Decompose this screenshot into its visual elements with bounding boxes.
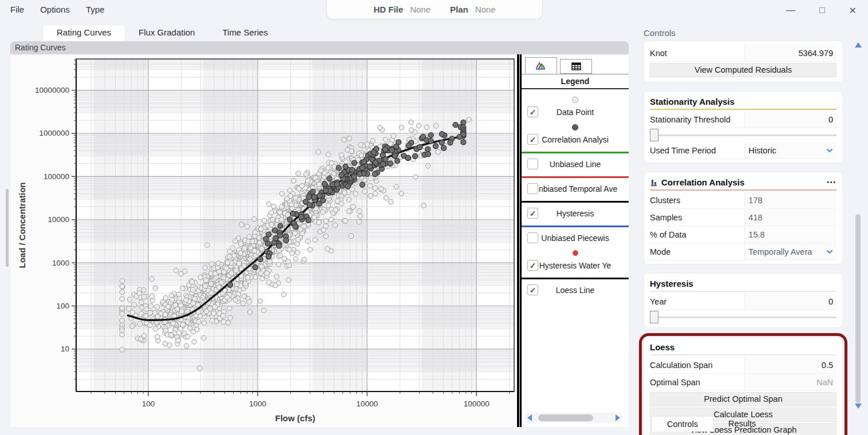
field-value: 5364.979 <box>799 49 833 58</box>
dropdown-mode[interactable]: Temporally Avera <box>744 243 837 260</box>
legend-marker-sample <box>572 124 578 130</box>
section-header: Correlation Analysis••• <box>650 176 837 191</box>
legend-checkbox[interactable] <box>527 284 538 295</box>
chart-body: 1001000100001000001010010001000010000010… <box>10 54 629 427</box>
svg-text:1000: 1000 <box>52 259 69 267</box>
value-clusters[interactable]: 178 <box>744 192 837 208</box>
scrollbar-thumb[interactable] <box>855 214 861 403</box>
field-label: Clusters <box>650 196 744 205</box>
legend-checkbox[interactable] <box>527 134 538 145</box>
field-label: Samples <box>650 213 744 222</box>
hd-file-value[interactable]: None <box>410 5 431 14</box>
left-panel-handle[interactable] <box>6 189 9 267</box>
tab-flux-gradation[interactable]: Flux Gradation <box>125 25 208 41</box>
value-year[interactable]: 0 <box>744 293 837 310</box>
value-stationarity-threshold[interactable]: 0 <box>744 111 837 128</box>
legend-checkbox[interactable] <box>527 106 538 117</box>
chart-view-tab[interactable] <box>525 57 557 73</box>
maximize-icon[interactable]: □ <box>819 5 825 15</box>
field-label: % of Data <box>650 230 744 239</box>
legend-label: Hysteresis Water Ye <box>539 261 611 270</box>
legend-label: Hysteresis <box>557 209 594 218</box>
field-value: 178 <box>748 196 762 205</box>
legend-line-sample <box>522 152 629 153</box>
legend-item: Loess Line <box>522 278 629 296</box>
plan-label: Plan <box>450 5 468 14</box>
slider-thumb[interactable] <box>650 129 658 141</box>
plan-value[interactable]: None <box>475 5 496 14</box>
legend-item: Hysteresis Water Ye <box>522 247 629 272</box>
predict-optimal-span-button[interactable]: Predict Optimal Span <box>650 392 837 406</box>
legend-checkbox[interactable] <box>527 159 538 169</box>
more-options-button[interactable]: ••• <box>827 179 837 185</box>
value-samples[interactable]: 418 <box>744 209 837 226</box>
tab-time-series[interactable]: Time Series <box>208 25 281 41</box>
tab-rating-curves[interactable]: Rating Curves <box>43 25 125 41</box>
panel-title: Rating Curves <box>10 41 629 54</box>
view-computed-residuals-button[interactable]: View Computed Residuals <box>650 63 837 77</box>
chart-legend-splitter[interactable] <box>517 54 522 427</box>
close-icon[interactable]: ✕ <box>849 5 857 16</box>
table-icon <box>571 62 581 70</box>
value-knot[interactable]: 5364.979 <box>744 45 837 61</box>
menu-file[interactable]: File <box>10 5 24 14</box>
scroll-right-icon[interactable] <box>616 414 620 421</box>
controls-vertical-scrollbar <box>854 42 861 409</box>
legend-line-sample <box>522 226 629 227</box>
dropdown-used-time-period[interactable]: Historic <box>744 142 837 159</box>
app-window: File Options Type HD File None Plan None… <box>0 0 868 435</box>
svg-text:10000: 10000 <box>48 215 69 224</box>
field-value: Historic <box>748 146 776 155</box>
menu-bar: File Options Type <box>10 5 104 14</box>
scrollbar-thumb[interactable] <box>538 414 593 421</box>
menu-options[interactable]: Options <box>40 5 70 14</box>
table-view-tab[interactable] <box>560 59 592 74</box>
slider-track[interactable] <box>658 317 837 318</box>
field-row: Clusters178 <box>650 192 837 209</box>
section-header: Loess <box>650 341 837 355</box>
card-correlation: Correlation Analysis•••Clusters178Sample… <box>644 172 843 264</box>
legend-checkbox[interactable] <box>527 232 538 243</box>
svg-text:10: 10 <box>61 345 69 353</box>
legend-line-sample <box>522 278 629 279</box>
legend-items: Data PointCorrelation AnalysiUnbiased Li… <box>522 89 629 296</box>
legend-panel: Legend Data PointCorrelation AnalysiUnbi… <box>522 54 629 427</box>
scroll-up-icon[interactable] <box>855 42 862 48</box>
card-hysteresis: HysteresisYear0 <box>644 273 843 328</box>
legend-checkbox[interactable] <box>527 183 538 194</box>
svg-text:100000: 100000 <box>44 172 69 181</box>
section-title: Loess <box>650 342 674 352</box>
value-calculation-span[interactable]: 0.5 <box>744 357 837 373</box>
section-header: Hysteresis <box>650 277 837 292</box>
slider-track[interactable] <box>658 135 837 136</box>
svg-text:100: 100 <box>56 302 69 310</box>
minimize-icon[interactable]: — <box>786 5 795 15</box>
scroll-left-icon[interactable] <box>527 414 532 421</box>
section-title: Stationarity Analysis <box>650 97 735 106</box>
legend-title: Legend <box>522 74 629 89</box>
field-value: NaN <box>816 378 833 387</box>
slider-thumb[interactable] <box>650 311 658 323</box>
controls-panel: Controls Knot5364.979View Computed Resid… <box>634 25 868 435</box>
legend-checkbox[interactable] <box>527 208 538 219</box>
scroll-down-icon[interactable] <box>855 404 862 409</box>
section-title: Correlation Analysis <box>661 177 744 187</box>
menu-type[interactable]: Type <box>86 5 105 14</box>
tab-results[interactable]: Results <box>713 416 771 432</box>
tab-controls[interactable]: Controls <box>652 416 713 432</box>
value-optimal-span[interactable]: NaN <box>744 374 837 390</box>
legend-item: Hysteresis <box>522 201 629 220</box>
legend-item: Unbiased Piecewis <box>522 226 629 244</box>
rating-curve-plot[interactable]: 1001000100001000001010010001000010000010… <box>10 54 517 427</box>
field-row: ModeTemporally Avera <box>650 243 837 260</box>
bar-chart-icon <box>650 179 658 187</box>
chevron-down-icon <box>826 250 833 254</box>
field-value: 0.5 <box>822 361 833 370</box>
legend-line-sample <box>522 201 629 203</box>
legend-view-tabs <box>522 54 629 74</box>
field-label: Used Time Period <box>650 146 744 155</box>
field-value: 0 <box>828 297 833 306</box>
legend-label: Loess Line <box>556 286 595 295</box>
legend-checkbox[interactable] <box>527 260 538 271</box>
value--of-data[interactable]: 15.8 <box>744 226 837 243</box>
